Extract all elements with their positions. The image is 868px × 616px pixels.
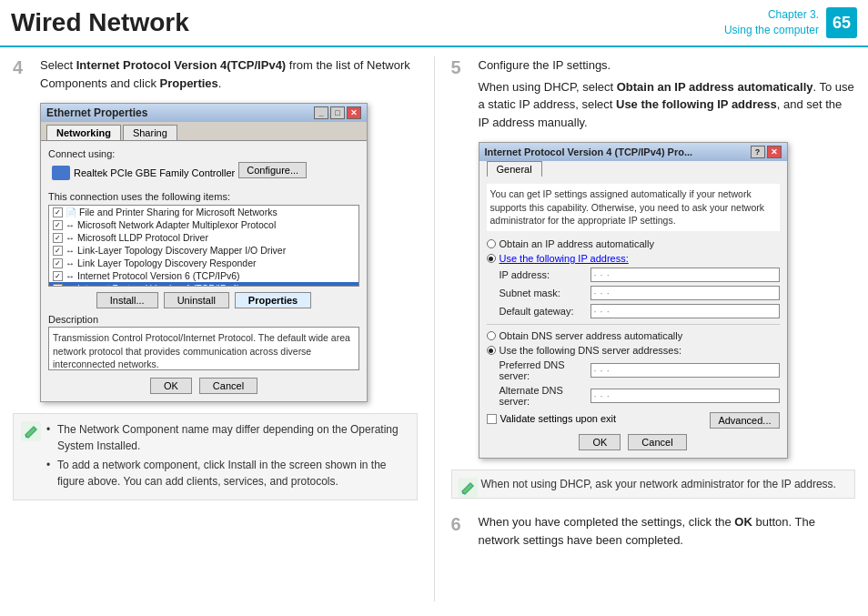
radio-dns-following[interactable]: Use the following DNS server addresses:: [487, 345, 780, 356]
list-item-label: Microsoft LLDP Protocol Driver: [77, 232, 208, 243]
separator: [487, 324, 780, 325]
main-content: 4 Select Internet Protocol Version 4(TCP…: [0, 47, 868, 611]
adapter-row: Realtek PCIe GBE Family Controller Confi…: [48, 162, 359, 184]
ok-cancel-row: OK Cancel: [48, 378, 359, 394]
list-item: ↔ Microsoft Network Adapter Multiplexor …: [49, 218, 358, 231]
step4-number: 4: [13, 56, 33, 78]
checkbox-multiplexor: [53, 220, 63, 230]
alternate-dns-row: Alternate DNS server: · · ·: [487, 385, 780, 407]
checkbox-lldp: [53, 233, 63, 243]
validate-checkbox[interactable]: [487, 414, 497, 424]
checkbox-topology-responder: [53, 258, 63, 268]
subnet-row: Subnet mask: · · ·: [487, 286, 780, 300]
tab-networking[interactable]: Networking: [46, 125, 121, 140]
step6-bold: OK: [734, 515, 752, 529]
dialog1-body: Connect using: Realtek PCIe GBE Family C…: [41, 141, 367, 401]
dialog2-titlebar: Internet Protocol Version 4 (TCP/IPv4) P…: [479, 143, 787, 161]
step5-first-line: Configure the IP settings.: [479, 56, 856, 75]
list-item: ↔ Link-Layer Topology Discovery Mapper I…: [49, 244, 358, 257]
step5-number: 5: [451, 56, 471, 78]
checkbox-ipv6: [53, 271, 63, 281]
subnet-input[interactable]: · · ·: [590, 286, 780, 300]
note-item1: The Network Component name may differ de…: [46, 421, 408, 454]
uninstall-button[interactable]: Uninstall: [164, 292, 229, 308]
dialog1-tabs: Networking Sharing: [41, 122, 367, 141]
dialog2-title: Internet Protocol Version 4 (TCP/IPv4) P…: [485, 146, 693, 157]
win-controls: _ □ ✕: [314, 106, 361, 119]
left-column: 4 Select Internet Protocol Version 4(TCP…: [13, 56, 418, 601]
list-item: 📄 File and Printer Sharing for Microsoft…: [49, 206, 358, 218]
connect-using-label: Connect using:: [48, 148, 359, 159]
ip-label: IP address:: [500, 269, 590, 280]
dialog2-cancel-button[interactable]: Cancel: [628, 434, 686, 450]
close-button[interactable]: ✕: [347, 106, 361, 119]
radio-dns-auto-btn[interactable]: [487, 331, 496, 340]
chapter-label: Chapter 3.: [724, 7, 819, 23]
properties-button[interactable]: Properties: [235, 292, 311, 308]
list-item: ↔ Internet Protocol Version 6 (TCP/IPv6): [49, 269, 358, 282]
step4-bold1: Internet Protocol Version 4(TCP/IPv4): [76, 58, 286, 72]
tab-general[interactable]: General: [487, 161, 542, 177]
list-item-label: Internet Protocol Version 6 (TCP/IPv6): [77, 270, 240, 281]
radio-obtain-auto-label: Obtain an IP address automatically: [500, 238, 654, 249]
dialog2-body: You can get IP settings assigned automat…: [479, 177, 787, 458]
page-number: 65: [826, 7, 857, 38]
radio-dns-auto[interactable]: Obtain DNS server address automatically: [487, 330, 780, 341]
dialog2-help-button[interactable]: ?: [751, 146, 765, 158]
install-buttons-row: Install... Uninstall Properties: [48, 292, 359, 308]
step4-bold2: Properties: [160, 76, 218, 90]
note-box-left: The Network Component name may differ de…: [13, 413, 418, 500]
list-item-label: Link-Layer Topology Discovery Mapper I/O…: [77, 245, 286, 256]
gateway-input[interactable]: · · ·: [590, 304, 780, 318]
preferred-dns-input[interactable]: · · ·: [590, 363, 780, 378]
step5-detail: When using DHCP, select Obtain an IP add…: [479, 78, 856, 132]
step5-content: Configure the IP settings. When using DH…: [479, 56, 856, 131]
chapter-sub: Using the computer: [724, 23, 819, 38]
list-item-label: Link Layer Topology Discovery Responder: [77, 258, 257, 268]
install-button[interactable]: Install...: [96, 292, 158, 308]
list-item-label: File and Printer Sharing for Microsoft N…: [79, 207, 278, 217]
radio-dns-following-label: Use the following DNS server addresses:: [500, 345, 682, 356]
preferred-dns-row: Preferred DNS server: · · ·: [487, 359, 780, 381]
dialog1-ok-button[interactable]: OK: [150, 378, 192, 394]
step4-row: 4 Select Internet Protocol Version 4(TCP…: [13, 56, 418, 92]
configure-button[interactable]: Configure...: [238, 162, 307, 178]
note-icon-right: [458, 478, 478, 498]
ip-input[interactable]: · · ·: [590, 268, 780, 282]
radio-dns-following-btn[interactable]: [487, 346, 496, 355]
dialog2-close-button[interactable]: ✕: [767, 146, 782, 158]
radio-obtain-auto[interactable]: Obtain an IP address automatically: [487, 238, 780, 249]
ip-properties-dialog: Internet Protocol Version 4 (TCP/IPv4) P…: [479, 142, 788, 459]
note-item2: To add a network component, click Instal…: [46, 457, 408, 490]
step6-number: 6: [451, 513, 471, 535]
maximize-button[interactable]: □: [330, 106, 345, 119]
gateway-row: Default gateway: · · ·: [487, 304, 780, 318]
validate-checkbox-row: Validate settings upon exit: [487, 413, 617, 424]
radio-obtain-auto-btn[interactable]: [487, 239, 496, 248]
ip-address-row: IP address: · · ·: [487, 268, 780, 282]
components-listbox[interactable]: 📄 File and Printer Sharing for Microsoft…: [48, 205, 359, 287]
note2-text: When not using DHCP, ask your network ad…: [481, 478, 836, 490]
list-item-selected[interactable]: ↔ Internet Protocol Version 4 (TCP/IPv4): [49, 282, 358, 287]
dialog1-cancel-button[interactable]: Cancel: [199, 378, 257, 394]
list-item-label: Microsoft Network Adapter Multiplexor Pr…: [77, 219, 276, 230]
preferred-label: Preferred DNS server:: [500, 359, 590, 381]
dialog2-ok-button[interactable]: OK: [579, 434, 621, 450]
note-list: The Network Component name may differ de…: [46, 421, 408, 490]
list-item: ↔ Microsoft LLDP Protocol Driver: [49, 231, 358, 244]
radio-use-following-btn[interactable]: [487, 254, 496, 263]
advanced-button[interactable]: Advanced...: [710, 412, 779, 429]
alternate-dns-input[interactable]: · · ·: [590, 389, 780, 403]
tab-sharing[interactable]: Sharing: [123, 125, 177, 140]
alternate-label: Alternate DNS server:: [500, 385, 590, 407]
note-box-right: When not using DHCP, ask your network ad…: [451, 470, 856, 499]
components-label: This connection uses the following items…: [48, 191, 359, 202]
description-label: Description: [48, 314, 359, 325]
right-column: 5 Configure the IP settings. When using …: [451, 56, 856, 601]
checkbox-ipv4: [53, 284, 63, 288]
info-text: You can get IP settings assigned automat…: [487, 184, 780, 231]
minimize-button[interactable]: _: [314, 106, 328, 119]
step5-bold1: Obtain an IP address automatically: [617, 80, 813, 94]
radio-use-following[interactable]: Use the following IP address:: [487, 253, 780, 264]
subnet-label: Subnet mask:: [500, 288, 590, 298]
